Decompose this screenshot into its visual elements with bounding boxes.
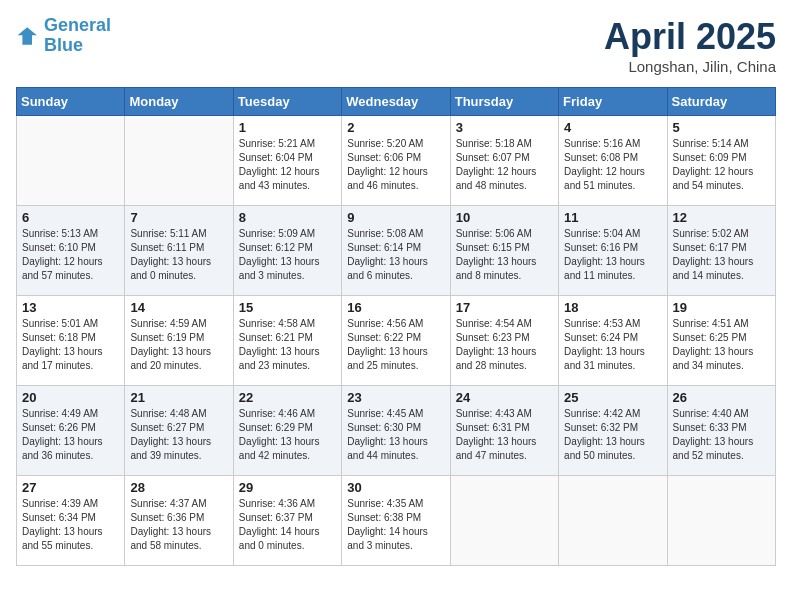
day-info: Sunrise: 4:53 AM Sunset: 6:24 PM Dayligh… [564, 317, 661, 373]
day-number: 20 [22, 390, 119, 405]
day-number: 22 [239, 390, 336, 405]
day-number: 17 [456, 300, 553, 315]
day-number: 18 [564, 300, 661, 315]
day-info: Sunrise: 4:43 AM Sunset: 6:31 PM Dayligh… [456, 407, 553, 463]
day-info: Sunrise: 5:21 AM Sunset: 6:04 PM Dayligh… [239, 137, 336, 193]
day-number: 11 [564, 210, 661, 225]
calendar-cell: 7Sunrise: 5:11 AM Sunset: 6:11 PM Daylig… [125, 206, 233, 296]
calendar-cell: 26Sunrise: 4:40 AM Sunset: 6:33 PM Dayli… [667, 386, 775, 476]
calendar-cell: 13Sunrise: 5:01 AM Sunset: 6:18 PM Dayli… [17, 296, 125, 386]
calendar-table: SundayMondayTuesdayWednesdayThursdayFrid… [16, 87, 776, 566]
calendar-cell: 30Sunrise: 4:35 AM Sunset: 6:38 PM Dayli… [342, 476, 450, 566]
calendar-cell: 29Sunrise: 4:36 AM Sunset: 6:37 PM Dayli… [233, 476, 341, 566]
day-number: 12 [673, 210, 770, 225]
calendar-cell: 1Sunrise: 5:21 AM Sunset: 6:04 PM Daylig… [233, 116, 341, 206]
calendar-cell: 11Sunrise: 5:04 AM Sunset: 6:16 PM Dayli… [559, 206, 667, 296]
day-info: Sunrise: 5:13 AM Sunset: 6:10 PM Dayligh… [22, 227, 119, 283]
calendar-cell: 8Sunrise: 5:09 AM Sunset: 6:12 PM Daylig… [233, 206, 341, 296]
day-number: 13 [22, 300, 119, 315]
day-info: Sunrise: 4:36 AM Sunset: 6:37 PM Dayligh… [239, 497, 336, 553]
day-info: Sunrise: 4:59 AM Sunset: 6:19 PM Dayligh… [130, 317, 227, 373]
day-info: Sunrise: 4:58 AM Sunset: 6:21 PM Dayligh… [239, 317, 336, 373]
day-number: 1 [239, 120, 336, 135]
day-number: 30 [347, 480, 444, 495]
day-info: Sunrise: 5:11 AM Sunset: 6:11 PM Dayligh… [130, 227, 227, 283]
day-info: Sunrise: 4:51 AM Sunset: 6:25 PM Dayligh… [673, 317, 770, 373]
logo-text: General Blue [44, 16, 111, 56]
header: General Blue April 2025 Longshan, Jilin,… [16, 16, 776, 75]
day-number: 15 [239, 300, 336, 315]
day-info: Sunrise: 4:54 AM Sunset: 6:23 PM Dayligh… [456, 317, 553, 373]
svg-marker-0 [18, 27, 37, 45]
calendar-cell [667, 476, 775, 566]
day-info: Sunrise: 5:09 AM Sunset: 6:12 PM Dayligh… [239, 227, 336, 283]
day-info: Sunrise: 4:56 AM Sunset: 6:22 PM Dayligh… [347, 317, 444, 373]
day-info: Sunrise: 5:04 AM Sunset: 6:16 PM Dayligh… [564, 227, 661, 283]
calendar-week-row: 1Sunrise: 5:21 AM Sunset: 6:04 PM Daylig… [17, 116, 776, 206]
calendar-cell: 17Sunrise: 4:54 AM Sunset: 6:23 PM Dayli… [450, 296, 558, 386]
calendar-cell: 4Sunrise: 5:16 AM Sunset: 6:08 PM Daylig… [559, 116, 667, 206]
header-wednesday: Wednesday [342, 88, 450, 116]
calendar-week-row: 13Sunrise: 5:01 AM Sunset: 6:18 PM Dayli… [17, 296, 776, 386]
day-number: 8 [239, 210, 336, 225]
calendar-cell: 23Sunrise: 4:45 AM Sunset: 6:30 PM Dayli… [342, 386, 450, 476]
day-number: 24 [456, 390, 553, 405]
day-info: Sunrise: 5:18 AM Sunset: 6:07 PM Dayligh… [456, 137, 553, 193]
calendar-cell: 15Sunrise: 4:58 AM Sunset: 6:21 PM Dayli… [233, 296, 341, 386]
day-number: 4 [564, 120, 661, 135]
calendar-week-row: 20Sunrise: 4:49 AM Sunset: 6:26 PM Dayli… [17, 386, 776, 476]
day-number: 7 [130, 210, 227, 225]
calendar-title: April 2025 [604, 16, 776, 58]
header-tuesday: Tuesday [233, 88, 341, 116]
calendar-cell: 2Sunrise: 5:20 AM Sunset: 6:06 PM Daylig… [342, 116, 450, 206]
calendar-cell: 10Sunrise: 5:06 AM Sunset: 6:15 PM Dayli… [450, 206, 558, 296]
calendar-cell [125, 116, 233, 206]
calendar-week-row: 27Sunrise: 4:39 AM Sunset: 6:34 PM Dayli… [17, 476, 776, 566]
calendar-header-row: SundayMondayTuesdayWednesdayThursdayFrid… [17, 88, 776, 116]
calendar-cell: 16Sunrise: 4:56 AM Sunset: 6:22 PM Dayli… [342, 296, 450, 386]
calendar-cell: 19Sunrise: 4:51 AM Sunset: 6:25 PM Dayli… [667, 296, 775, 386]
logo-icon [16, 24, 40, 48]
day-info: Sunrise: 4:39 AM Sunset: 6:34 PM Dayligh… [22, 497, 119, 553]
day-info: Sunrise: 5:20 AM Sunset: 6:06 PM Dayligh… [347, 137, 444, 193]
day-info: Sunrise: 4:42 AM Sunset: 6:32 PM Dayligh… [564, 407, 661, 463]
calendar-cell: 22Sunrise: 4:46 AM Sunset: 6:29 PM Dayli… [233, 386, 341, 476]
day-info: Sunrise: 4:49 AM Sunset: 6:26 PM Dayligh… [22, 407, 119, 463]
day-number: 10 [456, 210, 553, 225]
day-number: 6 [22, 210, 119, 225]
day-number: 3 [456, 120, 553, 135]
day-number: 2 [347, 120, 444, 135]
day-info: Sunrise: 5:06 AM Sunset: 6:15 PM Dayligh… [456, 227, 553, 283]
calendar-cell: 20Sunrise: 4:49 AM Sunset: 6:26 PM Dayli… [17, 386, 125, 476]
day-number: 19 [673, 300, 770, 315]
day-number: 23 [347, 390, 444, 405]
calendar-week-row: 6Sunrise: 5:13 AM Sunset: 6:10 PM Daylig… [17, 206, 776, 296]
logo: General Blue [16, 16, 111, 56]
header-friday: Friday [559, 88, 667, 116]
day-number: 21 [130, 390, 227, 405]
calendar-cell: 5Sunrise: 5:14 AM Sunset: 6:09 PM Daylig… [667, 116, 775, 206]
day-info: Sunrise: 5:02 AM Sunset: 6:17 PM Dayligh… [673, 227, 770, 283]
calendar-cell: 12Sunrise: 5:02 AM Sunset: 6:17 PM Dayli… [667, 206, 775, 296]
calendar-cell: 18Sunrise: 4:53 AM Sunset: 6:24 PM Dayli… [559, 296, 667, 386]
calendar-subtitle: Longshan, Jilin, China [604, 58, 776, 75]
day-info: Sunrise: 4:46 AM Sunset: 6:29 PM Dayligh… [239, 407, 336, 463]
calendar-cell [559, 476, 667, 566]
day-number: 29 [239, 480, 336, 495]
day-info: Sunrise: 5:16 AM Sunset: 6:08 PM Dayligh… [564, 137, 661, 193]
day-info: Sunrise: 4:45 AM Sunset: 6:30 PM Dayligh… [347, 407, 444, 463]
day-info: Sunrise: 5:14 AM Sunset: 6:09 PM Dayligh… [673, 137, 770, 193]
day-number: 26 [673, 390, 770, 405]
calendar-cell [17, 116, 125, 206]
title-area: April 2025 Longshan, Jilin, China [604, 16, 776, 75]
day-number: 5 [673, 120, 770, 135]
calendar-cell: 24Sunrise: 4:43 AM Sunset: 6:31 PM Dayli… [450, 386, 558, 476]
calendar-cell [450, 476, 558, 566]
calendar-cell: 27Sunrise: 4:39 AM Sunset: 6:34 PM Dayli… [17, 476, 125, 566]
day-number: 28 [130, 480, 227, 495]
calendar-cell: 9Sunrise: 5:08 AM Sunset: 6:14 PM Daylig… [342, 206, 450, 296]
day-number: 14 [130, 300, 227, 315]
day-info: Sunrise: 5:01 AM Sunset: 6:18 PM Dayligh… [22, 317, 119, 373]
calendar-cell: 28Sunrise: 4:37 AM Sunset: 6:36 PM Dayli… [125, 476, 233, 566]
header-monday: Monday [125, 88, 233, 116]
